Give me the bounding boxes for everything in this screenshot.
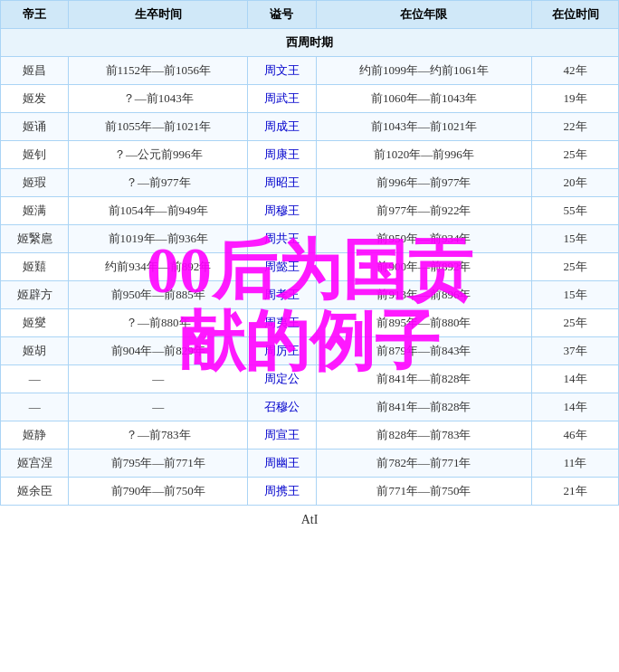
table-cell: 前913年—前896年 <box>316 281 532 309</box>
table-cell: 25年 <box>532 141 619 169</box>
col-header-reign-period: 在位年限 <box>316 1 532 29</box>
table-cell: 前1152年—前1056年 <box>69 57 248 85</box>
table-cell: 前1055年—前1021年 <box>69 113 248 141</box>
table-row: 姬胡前904年—前829年周厉王前879年—前843年37年 <box>1 337 619 365</box>
table-cell: 55年 <box>532 197 619 225</box>
col-header-reign-years: 在位时间 <box>532 1 619 29</box>
table-cell: 姬胡 <box>1 337 69 365</box>
table-cell: 前1054年—前949年 <box>69 197 248 225</box>
table-row: 姬辟方前950年—前885年周孝王前913年—前896年15年 <box>1 281 619 309</box>
table-cell: 姬昌 <box>1 57 69 85</box>
table-cell: 前782年—前771年 <box>316 450 532 478</box>
table-cell: 25年 <box>532 253 619 281</box>
table-cell: 20年 <box>532 169 619 197</box>
table-cell: 14年 <box>532 365 619 393</box>
table-cell: — <box>69 365 248 393</box>
table-cell: 姬静 <box>1 421 69 450</box>
table-cell: 姬宫涅 <box>1 450 69 478</box>
table-row: ——周定公前841年—前828年14年 <box>1 365 619 393</box>
table-cell: 前1020年—前996年 <box>316 141 532 169</box>
table-cell: 周懿王 <box>248 253 316 281</box>
table-cell: 前771年—前750年 <box>316 478 532 506</box>
table-cell: 前795年—前771年 <box>69 450 248 478</box>
table-cell: 11年 <box>532 450 619 478</box>
table-cell: 周宣王 <box>248 421 316 450</box>
table-cell: — <box>1 365 69 393</box>
table-cell: 42年 <box>532 57 619 85</box>
table-row: 姬昌前1152年—前1056年周文王约前1099年—约前1061年42年 <box>1 57 619 85</box>
table-row: 姬静？—前783年周宣王前828年—前783年46年 <box>1 421 619 450</box>
table-cell: 周定公 <box>248 365 316 393</box>
table-cell: 前895年—前880年 <box>316 309 532 337</box>
table-cell: 姬满 <box>1 197 69 225</box>
table-cell: 前1060年—前1043年 <box>316 85 532 113</box>
table-cell: 周文王 <box>248 57 316 85</box>
table-row: 姬瑕？—前977年周昭王前996年—前977年20年 <box>1 169 619 197</box>
table-row: 姬发？—前1043年周武王前1060年—前1043年19年 <box>1 85 619 113</box>
table-cell: 前841年—前828年 <box>316 365 532 393</box>
table-cell: 周昭王 <box>248 169 316 197</box>
section-header: 西周时期 <box>1 29 619 57</box>
table-row: 姬繄扈前1019年—前936年周共王前950年—前934年15年 <box>1 225 619 253</box>
table-row: 姬燮？—前880年周夷王前895年—前880年25年 <box>1 309 619 337</box>
table-cell: 46年 <box>532 421 619 450</box>
table-cell: 14年 <box>532 393 619 421</box>
table-row: 姬满前1054年—前949年周穆王前977年—前922年55年 <box>1 197 619 225</box>
col-header-emperor: 帝王 <box>1 1 69 29</box>
table-cell: 周康王 <box>248 141 316 169</box>
table-cell: — <box>1 393 69 421</box>
table-cell: 前977年—前922年 <box>316 197 532 225</box>
table-cell: 周共王 <box>248 225 316 253</box>
table-cell: 约前1099年—约前1061年 <box>316 57 532 85</box>
table-cell: 15年 <box>532 225 619 253</box>
table-cell: 37年 <box>532 337 619 365</box>
table-cell: 22年 <box>532 113 619 141</box>
table-cell: 姬钊 <box>1 141 69 169</box>
table-cell: ？—前880年 <box>69 309 248 337</box>
table-cell: 前1019年—前936年 <box>69 225 248 253</box>
col-header-lifespan: 生卒时间 <box>69 1 248 29</box>
table-row: 姬宫涅前795年—前771年周幽王前782年—前771年11年 <box>1 450 619 478</box>
table-cell: 前828年—前783年 <box>316 421 532 450</box>
table-cell: ？—前783年 <box>69 421 248 450</box>
table-cell: 周夷王 <box>248 309 316 337</box>
table-cell: — <box>69 393 248 421</box>
table-row: 姬囏约前934年—前892年周懿王前900年—前892年25年 <box>1 253 619 281</box>
table-cell: 姬囏 <box>1 253 69 281</box>
table-cell: ？—公元前996年 <box>69 141 248 169</box>
table-cell: ？—前977年 <box>69 169 248 197</box>
table-cell: 周厉王 <box>248 337 316 365</box>
table-cell: ？—前1043年 <box>69 85 248 113</box>
table-row: 姬钊？—公元前996年周康王前1020年—前996年25年 <box>1 141 619 169</box>
table-cell: 周孝王 <box>248 281 316 309</box>
table-cell: 约前934年—前892年 <box>69 253 248 281</box>
table-cell: 前841年—前828年 <box>316 393 532 421</box>
table-row: 姬诵前1055年—前1021年周成王前1043年—前1021年22年 <box>1 113 619 141</box>
table-cell: 周武王 <box>248 85 316 113</box>
table-cell: 19年 <box>532 85 619 113</box>
table-cell: 前1043年—前1021年 <box>316 113 532 141</box>
table-cell: 姬余臣 <box>1 478 69 506</box>
table-cell: 15年 <box>532 281 619 309</box>
table-cell: 前950年—前885年 <box>69 281 248 309</box>
table-cell: 姬诵 <box>1 113 69 141</box>
table-cell: 召穆公 <box>248 393 316 421</box>
table-cell: 姬发 <box>1 85 69 113</box>
table-cell: 25年 <box>532 309 619 337</box>
table-cell: 前950年—前934年 <box>316 225 532 253</box>
table-cell: 周穆王 <box>248 197 316 225</box>
table-cell: 前900年—前892年 <box>316 253 532 281</box>
table-cell: 前790年—前750年 <box>69 478 248 506</box>
table-row: 姬余臣前790年—前750年周携王前771年—前750年21年 <box>1 478 619 506</box>
col-header-posthumous: 谥号 <box>248 1 316 29</box>
footer: AtI <box>0 506 619 535</box>
table-cell: 周携王 <box>248 478 316 506</box>
table-cell: 21年 <box>532 478 619 506</box>
table-row: ——召穆公前841年—前828年14年 <box>1 393 619 421</box>
table-cell: 姬辟方 <box>1 281 69 309</box>
table-cell: 前879年—前843年 <box>316 337 532 365</box>
table-cell: 前996年—前977年 <box>316 169 532 197</box>
table-cell: 周幽王 <box>248 450 316 478</box>
table-cell: 姬瑕 <box>1 169 69 197</box>
table-cell: 周成王 <box>248 113 316 141</box>
